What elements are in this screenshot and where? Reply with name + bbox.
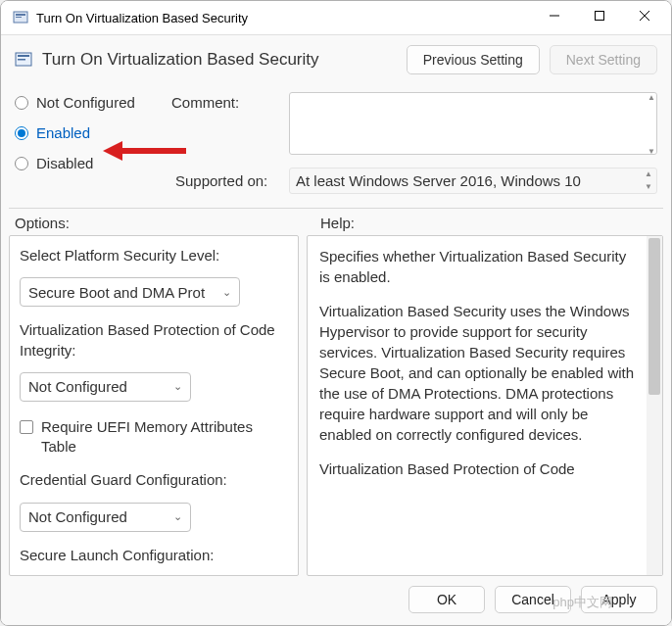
minimize-button[interactable]	[532, 1, 577, 30]
scroll-up-icon[interactable]: ▲	[645, 170, 652, 178]
options-header: Options:	[15, 215, 311, 231]
scroll-down-icon[interactable]: ▼	[648, 148, 655, 156]
state-radio-group: Not Configured Enabled Disabled	[15, 92, 171, 171]
platform-security-dropdown[interactable]: Secure Boot and DMA Prot ⌄	[20, 277, 240, 307]
radio-enabled[interactable]: Enabled	[15, 124, 171, 141]
svg-rect-2	[16, 17, 22, 18]
dialog-footer: OK Cancel Apply php中文网	[1, 576, 671, 625]
chevron-down-icon: ⌄	[173, 380, 182, 393]
scrollbar[interactable]	[647, 236, 662, 575]
radio-not-configured[interactable]: Not Configured	[15, 94, 171, 111]
help-header: Help:	[311, 215, 657, 231]
ok-button[interactable]: OK	[408, 586, 485, 613]
help-text: Virtualization Based Security uses the W…	[319, 301, 650, 445]
checkbox-icon	[20, 420, 33, 434]
svg-rect-1	[16, 14, 25, 16]
comment-label: Comment:	[171, 92, 289, 111]
help-text: Specifies whether Virtualization Based S…	[319, 246, 650, 287]
supported-on-text: At least Windows Server 2016, Windows 10	[296, 172, 581, 189]
vbpci-dropdown[interactable]: Not Configured ⌄	[20, 372, 191, 402]
scroll-up-icon[interactable]: ▲	[648, 94, 655, 102]
radio-label: Not Configured	[36, 94, 135, 111]
comment-field-wrap: ▲ ▼	[289, 92, 657, 158]
dropdown-value: Not Configured	[28, 378, 127, 395]
chevron-down-icon: ⌄	[222, 286, 231, 299]
previous-setting-button[interactable]: Previous Setting	[407, 45, 540, 74]
credential-guard-dropdown[interactable]: Not Configured ⌄	[20, 503, 191, 532]
top-settings-grid: Not Configured Enabled Disabled Comment:…	[1, 86, 671, 198]
checkbox-label: Require UEFI Memory Attributes Table	[41, 417, 288, 457]
platform-security-label: Select Platform Security Level:	[20, 246, 288, 265]
svg-rect-8	[18, 55, 29, 57]
policy-icon	[15, 51, 32, 69]
uefi-checkbox-row[interactable]: Require UEFI Memory Attributes Table	[20, 417, 288, 457]
dialog-window: Turn On Virtualization Based Security Tu…	[0, 0, 672, 626]
svg-rect-9	[18, 59, 25, 61]
panes-header: Options: Help:	[1, 215, 671, 235]
radio-icon	[15, 96, 28, 110]
next-setting-button: Next Setting	[550, 45, 657, 74]
supported-on-value: At least Windows Server 2016, Windows 10…	[289, 168, 657, 194]
secure-launch-label: Secure Launch Configuration:	[20, 546, 288, 565]
radio-label: Enabled	[36, 124, 90, 141]
comment-textarea[interactable]	[289, 92, 657, 155]
maximize-button[interactable]	[577, 1, 622, 30]
app-icon	[13, 10, 28, 25]
supported-on-label: Supported on:	[15, 172, 275, 189]
close-button[interactable]	[622, 1, 667, 30]
dropdown-value: Secure Boot and DMA Prot	[28, 284, 205, 301]
titlebar: Turn On Virtualization Based Security	[1, 1, 671, 34]
help-text: Virtualization Based Protection of Code	[319, 458, 650, 479]
scrollbar-thumb[interactable]	[648, 238, 660, 395]
chevron-down-icon: ⌄	[173, 510, 182, 523]
apply-button[interactable]: Apply	[581, 586, 657, 613]
cancel-button[interactable]: Cancel	[495, 586, 571, 613]
help-pane: Specifies whether Virtualization Based S…	[307, 235, 663, 576]
radio-icon	[15, 126, 28, 140]
svg-rect-4	[596, 12, 604, 21]
policy-title: Turn On Virtualization Based Security	[42, 50, 397, 70]
divider	[9, 208, 663, 209]
panes: Select Platform Security Level: Secure B…	[1, 235, 671, 576]
dialog-content: Turn On Virtualization Based Security Pr…	[1, 34, 671, 625]
window-controls	[532, 1, 667, 34]
scroll-down-icon[interactable]: ▼	[645, 183, 652, 191]
options-pane: Select Platform Security Level: Secure B…	[9, 235, 299, 576]
dropdown-value: Not Configured	[28, 508, 127, 525]
header-row: Turn On Virtualization Based Security Pr…	[1, 35, 671, 86]
window-title: Turn On Virtualization Based Security	[36, 11, 532, 25]
credential-guard-label: Credential Guard Configuration:	[20, 470, 288, 490]
vbpci-label: Virtualization Based Protection of Code …	[20, 320, 288, 361]
